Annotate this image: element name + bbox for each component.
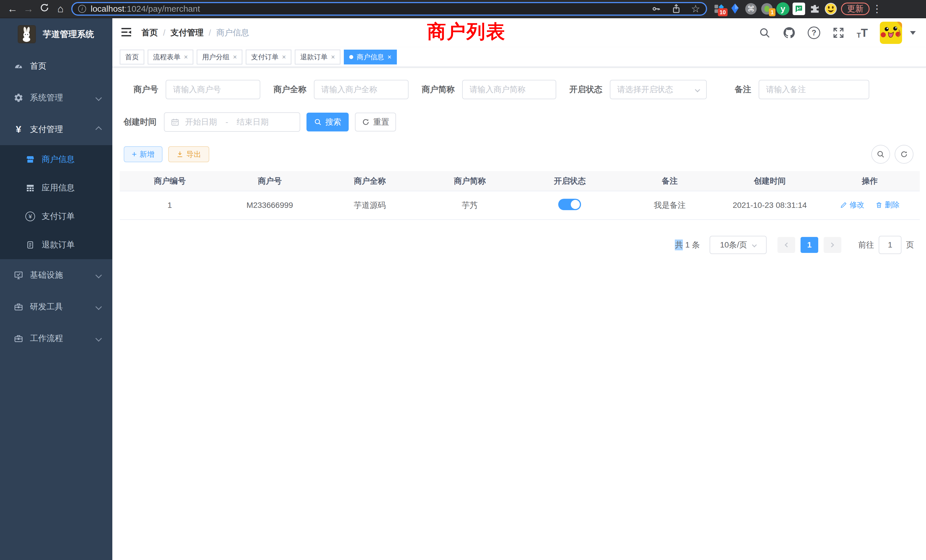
reset-button[interactable]: 重置 <box>355 113 396 132</box>
toggle-search-button[interactable] <box>871 145 890 163</box>
merchant-no-label: 商户号 <box>133 84 158 95</box>
fullscreen-icon[interactable] <box>832 27 845 39</box>
tab-user-group[interactable]: 用户分组× <box>197 50 242 64</box>
sidebar-item-label: 支付管理 <box>30 124 63 135</box>
extension-command-icon[interactable]: ⌘ <box>743 1 758 17</box>
github-icon[interactable] <box>782 26 796 39</box>
status-select[interactable]: 请选择开启状态 <box>610 80 707 99</box>
browser-update-button[interactable]: 更新 <box>841 3 870 15</box>
remark-input[interactable] <box>759 80 869 99</box>
browser-back-button[interactable]: ← <box>5 3 21 15</box>
user-avatar[interactable] <box>880 22 902 44</box>
close-icon[interactable]: × <box>282 53 286 61</box>
browser-home-button[interactable]: ⌂ <box>53 3 68 15</box>
close-icon[interactable]: × <box>331 53 335 61</box>
remark-label: 备注 <box>735 84 751 95</box>
breadcrumb-payment[interactable]: 支付管理 <box>171 27 204 38</box>
extension-chat-icon[interactable] <box>791 1 806 17</box>
total-prefix: 共 <box>675 239 683 250</box>
tab-home[interactable]: 首页 <box>120 50 144 64</box>
pagination-goto: 前往 页 <box>858 236 914 254</box>
profile-avatar-emoji[interactable] <box>823 1 838 17</box>
bookmark-star-icon[interactable]: ☆ <box>691 3 700 15</box>
filter-row-2: 创建时间 开始日期 - 结束日期 搜索 重置 <box>112 112 926 132</box>
close-icon[interactable]: × <box>387 53 392 61</box>
page-number-1[interactable]: 1 <box>800 237 818 253</box>
sidebar-item-infrastructure[interactable]: 基础设施 <box>0 259 112 291</box>
table-row: 1 M233666999 芋道源码 芋艿 我是备注 2021-10-23 08:… <box>120 191 920 219</box>
app-logo-row[interactable]: 芋道管理系统 <box>0 18 112 50</box>
edit-link[interactable]: 修改 <box>840 200 864 210</box>
breadcrumb-home[interactable]: 首页 <box>141 27 158 38</box>
goto-unit: 页 <box>906 239 914 250</box>
extensions-puzzle-icon[interactable] <box>807 1 822 17</box>
date-range-picker[interactable]: 开始日期 - 结束日期 <box>164 112 300 132</box>
browser-menu-icon[interactable]: ⋮ <box>872 3 881 15</box>
page-header: 首页 / 支付管理 / 商户信息 商户列表 ? TT <box>112 18 926 47</box>
refresh-table-button[interactable] <box>895 145 914 163</box>
gear-icon <box>13 93 24 103</box>
sidebar-fold-icon[interactable] <box>121 27 133 38</box>
font-size-icon[interactable]: TT <box>857 27 868 39</box>
browser-forward-button[interactable]: → <box>21 3 36 15</box>
refresh-icon <box>362 118 370 126</box>
add-button[interactable]: + 新增 <box>124 146 162 162</box>
goto-page-input[interactable] <box>879 236 902 254</box>
extension-badge: 1 <box>769 8 775 16</box>
cell-merchant-no: M233666999 <box>220 191 320 219</box>
extension-grid-icon[interactable]: 10 <box>712 1 726 17</box>
yen-icon: ¥ <box>13 124 24 135</box>
next-page-button[interactable] <box>824 237 841 253</box>
share-icon[interactable] <box>671 4 681 14</box>
refresh-icon <box>39 3 49 12</box>
active-dot <box>349 55 353 59</box>
short-name-label: 商户简称 <box>422 84 455 95</box>
sidebar-item-merchant-info[interactable]: 商户信息 <box>0 145 112 174</box>
url-bar[interactable]: i localhost:1024/pay/merchant ☆ <box>71 2 707 16</box>
trash-icon <box>875 201 883 209</box>
sidebar-item-payment[interactable]: ¥ 支付管理 <box>0 114 112 145</box>
extension-profile-icon[interactable]: 1 <box>760 1 774 17</box>
sidebar-item-home[interactable]: 首页 <box>0 50 112 82</box>
tab-pay-order[interactable]: 支付订单× <box>246 50 291 64</box>
tab-merchant-info[interactable]: 商户信息× <box>344 50 397 64</box>
search-button[interactable]: 搜索 <box>307 113 349 132</box>
close-icon[interactable]: × <box>233 53 237 61</box>
sidebar-item-label: 支付订单 <box>42 211 75 222</box>
toolbox-icon <box>13 334 24 343</box>
extension-y-icon[interactable]: y <box>775 1 790 17</box>
app-logo-rabbit-image <box>18 25 36 43</box>
sidebar-item-system[interactable]: 系统管理 <box>0 82 112 114</box>
sidebar-item-pay-order[interactable]: ¥ 支付订单 <box>0 202 112 231</box>
payment-submenu: 商户信息 应用信息 ¥ 支付订单 退款订单 <box>0 145 112 259</box>
caret-down-icon[interactable] <box>910 31 916 35</box>
export-button[interactable]: 导出 <box>168 146 209 162</box>
status-toggle[interactable] <box>558 199 581 210</box>
sidebar-item-label: 首页 <box>30 61 47 72</box>
close-icon[interactable]: × <box>184 53 188 61</box>
password-key-icon[interactable] <box>651 4 661 14</box>
breadcrumb-separator: / <box>209 28 211 38</box>
full-name-label: 商户全称 <box>274 84 307 95</box>
short-name-input[interactable] <box>462 80 556 99</box>
search-icon[interactable] <box>759 27 771 39</box>
browser-refresh-button[interactable] <box>36 3 53 15</box>
prev-page-button[interactable] <box>778 237 795 253</box>
page-size-select[interactable]: 10条/页 <box>710 236 767 254</box>
col-create-time: 创建时间 <box>720 171 820 191</box>
page-info-icon[interactable]: i <box>78 5 86 13</box>
create-time-label: 创建时间 <box>123 117 156 128</box>
full-name-input[interactable] <box>314 80 409 99</box>
sidebar-item-app-info[interactable]: 应用信息 <box>0 174 112 202</box>
merchant-no-input[interactable] <box>166 80 260 99</box>
sidebar-item-refund-order[interactable]: 退款订单 <box>0 231 112 259</box>
extension-balloon-icon[interactable] <box>728 1 742 17</box>
tab-refund-order[interactable]: 退款订单× <box>295 50 340 64</box>
help-icon[interactable]: ? <box>808 27 820 39</box>
sidebar-item-dev-tools[interactable]: 研发工具 <box>0 291 112 322</box>
sidebar-item-workflow[interactable]: 工作流程 <box>0 322 112 354</box>
chevron-up-icon <box>95 126 102 133</box>
tab-process-form[interactable]: 流程表单× <box>148 50 193 64</box>
delete-link[interactable]: 删除 <box>875 200 900 210</box>
app-title: 芋道管理系统 <box>43 29 94 40</box>
